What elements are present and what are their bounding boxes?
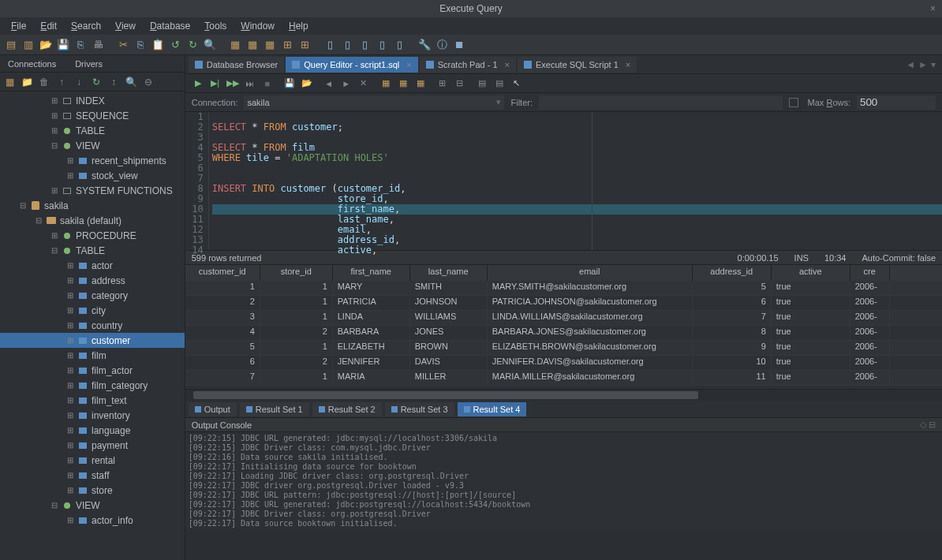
menu-help[interactable]: Help [282,19,315,33]
stop-icon[interactable]: ⏹ [451,37,467,53]
db3-icon[interactable]: ▦ [262,37,278,53]
table-row[interactable]: 21PATRICIAJOHNSONPATRICIA.JOHNSON@sakila… [185,296,942,311]
expand-icon[interactable]: ⊞ [66,426,74,435]
expand-icon[interactable]: ⊞ [66,261,74,270]
stop-run-icon[interactable]: ■ [261,77,274,90]
redo-icon[interactable]: ↻ [185,37,200,53]
table-row[interactable]: 71MARIAMILLERMARIA.MILLER@sakilacustomer… [185,371,942,386]
expand-icon[interactable]: ⊞ [66,321,74,330]
expand-icon[interactable]: ⊞ [66,441,74,450]
settings-icon[interactable]: 🔧 [417,37,432,53]
expand-icon[interactable]: ⊞ [66,171,74,180]
maxrows-input[interactable] [857,95,936,110]
tree-node-system-functions[interactable]: ⊞SYSTEM FUNCTIONS [0,183,185,198]
close-icon[interactable]: × [930,3,936,14]
paste-icon[interactable]: 📋 [150,37,166,53]
expand-icon[interactable]: ⊞ [66,381,74,390]
doc1-icon[interactable]: ▯ [322,37,338,53]
tab-next-icon[interactable]: ► [918,59,928,70]
tab-connections[interactable]: Connections [3,58,61,70]
tree-node-procedure[interactable]: ⊞PROCEDURE [0,228,185,243]
col-last_name[interactable]: last_name [410,265,488,281]
col-address_id[interactable]: address_id [693,265,772,281]
table-row[interactable]: 42BARBARAJONESBARBARA.JONES@sakilacustom… [185,326,942,341]
copy-icon[interactable]: ⎘ [133,37,148,53]
search-icon[interactable]: 🔍 [125,76,137,88]
tree-node-staff[interactable]: ⊞staff [0,468,185,483]
result-tab-result-set-1[interactable]: Result Set 1 [240,402,309,416]
doc4-icon[interactable]: ▯ [374,37,390,53]
tree-node-sakila[interactable]: ⊟sakila [0,198,185,213]
doc2-icon[interactable]: ▯ [339,37,355,53]
expand-icon[interactable]: ⊞ [50,186,58,195]
up-icon[interactable]: ↑ [55,76,68,88]
db1-icon[interactable]: ▦ [227,37,243,53]
col-cre[interactable]: cre [850,265,890,281]
tree-node-actor[interactable]: ⊞actor [0,258,185,273]
menu-search[interactable]: Search [65,19,107,33]
close-tab-icon[interactable]: × [505,60,510,69]
menu-file[interactable]: File [5,19,32,33]
export-icon[interactable]: ▦ [414,77,427,90]
down-icon[interactable]: ↓ [73,76,85,88]
format-icon[interactable]: ⊞ [436,77,449,90]
expand-icon[interactable]: ⊟ [35,216,43,225]
sql-text[interactable]: SELECT * FROM customer;SELECT * FROM fil… [209,112,942,250]
tree-node-inventory[interactable]: ⊞inventory [0,408,185,423]
tree-node-table[interactable]: ⊟TABLE [0,243,185,258]
tab-drivers[interactable]: Drivers [70,58,107,70]
skip-icon[interactable]: ⏭ [244,77,256,90]
collapse-icon[interactable]: ↕ [107,76,120,88]
cut-icon[interactable]: ✂ [115,37,131,53]
run-selection-icon[interactable]: ▶| [209,77,222,90]
expand-icon[interactable]: ⊞ [66,471,74,480]
tree-node-actor_info[interactable]: ⊞actor_info [0,513,185,528]
open-script-icon[interactable]: 📂 [301,77,313,90]
run-icon[interactable]: ▶ [192,77,204,90]
ruler-icon[interactable]: ▤ [476,77,488,90]
expand-icon[interactable]: ⊞ [66,351,74,360]
clear-icon[interactable]: ✕ [357,77,370,90]
tab-menu-icon[interactable]: ▾ [931,59,936,70]
save-icon[interactable]: 💾 [55,37,71,53]
close-tab-icon[interactable]: × [406,60,411,69]
col-store_id[interactable]: store_id [260,265,333,281]
tree-node-customer[interactable]: ⊞customer [0,333,185,348]
col-first_name[interactable]: first_name [333,265,410,281]
tab-scratch-pad-1[interactable]: Scratch Pad - 1× [420,57,516,73]
tree-node-category[interactable]: ⊞category [0,288,185,303]
maxrows-checkbox[interactable] [789,98,798,107]
erd2-icon[interactable]: ⊞ [297,37,312,53]
tree-node-film_text[interactable]: ⊞film_text [0,393,185,408]
filter-input[interactable] [539,95,783,110]
tree-node-view[interactable]: ⊟VIEW [0,138,185,153]
new-conn-icon[interactable]: ▦ [3,76,16,88]
tab-prev-icon[interactable]: ◄ [906,59,915,70]
expand-icon[interactable]: ⊞ [66,516,74,525]
result-table[interactable]: customer_idstore_idfirst_namelast_nameem… [185,265,942,390]
prev-icon[interactable]: ◄ [323,77,335,90]
expand-icon[interactable]: ⊞ [66,276,74,285]
comment-icon[interactable]: ⊟ [454,77,466,90]
commit-icon[interactable]: ▦ [379,77,392,90]
tree-node-country[interactable]: ⊞country [0,318,185,333]
tree-node-recent_shipments[interactable]: ⊞recent_shipments [0,153,185,168]
rollback-icon[interactable]: ▦ [397,77,409,90]
expand-icon[interactable]: ⊞ [66,156,74,165]
expand-icon[interactable]: ⊞ [50,111,58,120]
doc5-icon[interactable]: ▯ [391,37,407,53]
minus-icon[interactable]: ⊖ [142,76,155,88]
col-active[interactable]: active [772,265,850,281]
new-query-icon[interactable]: ▤ [3,37,19,53]
expand-icon[interactable]: ⊞ [66,306,74,315]
result-tab-result-set-4[interactable]: Result Set 4 [458,402,527,416]
expand-icon[interactable]: ⊞ [66,456,74,465]
connection-dropdown[interactable]: sakila ▾ [244,95,504,110]
expand-icon[interactable]: ⊞ [66,486,74,495]
saveas-icon[interactable]: ⎘ [73,37,88,53]
expand-icon[interactable]: ⊟ [50,141,58,150]
cursor-icon[interactable]: ↖ [510,77,523,90]
tree-node-language[interactable]: ⊞language [0,423,185,438]
wrap-icon[interactable]: ▤ [493,77,506,90]
close-tab-icon[interactable]: × [626,60,630,69]
